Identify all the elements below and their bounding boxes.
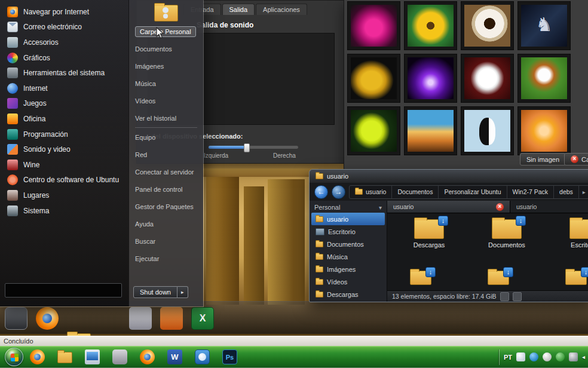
breadcrumb-win2-7-pack[interactable]: Win2-7 Pack	[507, 186, 555, 198]
start-button[interactable]	[5, 348, 23, 366]
menu-item-red[interactable]: Red	[129, 146, 203, 163]
folder-icon[interactable]	[57, 352, 72, 363]
sidebar-item-documentos[interactable]: Documentos	[310, 238, 387, 250]
tray-icon[interactable]	[569, 352, 578, 361]
sidebar-header[interactable]: Personal	[310, 202, 387, 213]
gallery-image-purple-light[interactable]	[408, 57, 454, 99]
sidebar-item-imagenes[interactable]: Imágenes	[310, 263, 387, 275]
menu-item-ejecutar[interactable]: Ejecutar	[129, 250, 203, 267]
language-indicator[interactable]: PT	[504, 354, 512, 361]
menu-item-ayuda[interactable]: Ayuda	[129, 215, 203, 232]
menu-item-centro-de-software[interactable]: Centro de software de Ubuntu	[0, 173, 128, 188]
sidebar-item-videos[interactable]: Vídeos	[310, 275, 387, 288]
sidebar-item-escritorio[interactable]: Escritorio	[310, 225, 387, 238]
excel-icon[interactable]	[191, 307, 214, 330]
menu-item-sistema[interactable]: Sistema	[0, 203, 128, 219]
menu-item-wine[interactable]: Wine	[0, 157, 128, 173]
menu-item-panel-de-control[interactable]: Panel de control	[129, 180, 203, 198]
gallery-image-sunflower[interactable]	[408, 5, 454, 47]
tray-icon[interactable]	[556, 352, 565, 361]
gallery-image-pink-flower[interactable]	[351, 5, 397, 47]
gallery-image-guitar[interactable]	[351, 57, 397, 99]
menu-item-imagenes[interactable]: Imágenes	[129, 57, 203, 75]
menu-item-gestor-de-paquetes[interactable]: Gestor de Paquetes	[129, 198, 203, 215]
menu-item-navegar-por-internet[interactable]: Navegar por Internet	[0, 4, 128, 20]
shutdown-button[interactable]: Shut down	[133, 286, 177, 298]
writer-icon[interactable]	[195, 349, 210, 364]
breadcrumb-documentos[interactable]: Documentos	[392, 186, 439, 198]
word-icon[interactable]	[167, 349, 182, 364]
menu-item-videos[interactable]: Vídeos	[129, 92, 203, 109]
menu-item-lugares[interactable]: Lugares	[0, 188, 128, 203]
folder-item[interactable]	[565, 271, 588, 285]
shutdown-options-icon[interactable]	[177, 286, 188, 298]
back-button[interactable]	[314, 185, 328, 199]
close-tab-icon[interactable]	[496, 203, 504, 211]
computer-icon[interactable]	[85, 349, 100, 364]
taskbar: PT	[0, 346, 588, 368]
gallery-image-chess-pieces[interactable]	[521, 5, 567, 47]
pictures-icon[interactable]	[129, 307, 152, 330]
breadcrumb-usuario[interactable]: usuario	[350, 186, 392, 198]
status-icon[interactable]	[500, 292, 509, 301]
gallery-image-tennis-ball[interactable]	[351, 110, 397, 152]
sidebar-item-descargas[interactable]: Descargas	[310, 288, 387, 300]
menu-item-buscar[interactable]: Buscar	[129, 232, 203, 250]
firefox-icon[interactable]	[30, 349, 45, 364]
menu-item-accesorios[interactable]: Accesorios	[0, 35, 128, 50]
menu-item-musica[interactable]: Música	[129, 75, 203, 92]
breadcrumb-debs[interactable]: debs	[554, 186, 579, 198]
tray-icon[interactable]	[543, 352, 552, 361]
photoshop-icon[interactable]	[222, 349, 237, 364]
status-icon[interactable]	[513, 292, 522, 301]
sidebar-item-usuario[interactable]: usuario	[311, 213, 385, 225]
folder-escritorio[interactable]: Escritorio	[557, 219, 588, 249]
window-titlebar[interactable]: usuario	[310, 170, 588, 183]
tray-icon[interactable]	[529, 352, 538, 361]
collapse-tray-icon[interactable]	[582, 354, 585, 360]
tab-salida[interactable]: Salida	[222, 4, 255, 15]
sidebar-item-musica[interactable]: Música	[310, 250, 387, 263]
menu-item-juegos[interactable]: Juegos	[0, 96, 128, 112]
menu-item-carpeta-personal[interactable]: Carpeta Personal	[129, 23, 203, 40]
no-image-button[interactable]: Sin imagen	[520, 153, 566, 165]
folder-documentos[interactable]: Documentos	[479, 219, 534, 249]
menu-item-graficos[interactable]: Gráficos	[0, 50, 128, 66]
menu-item-herramientas-del-sistema[interactable]: Herramientas del sistema	[0, 65, 128, 81]
menu-item-programacion[interactable]: Programación	[0, 127, 128, 142]
gallery-image-baseball[interactable]	[464, 57, 510, 99]
media-icon[interactable]	[112, 349, 127, 364]
firefox-icon[interactable]	[36, 307, 59, 330]
balance-slider[interactable]	[209, 146, 298, 149]
breadcrumb-personalizar-ubuntu[interactable]: Personalizar Ubuntu	[439, 186, 507, 198]
cancel-button[interactable]: Cancelar	[564, 153, 588, 165]
menu-item-internet[interactable]: Internet	[0, 81, 128, 96]
tab-usuario-active[interactable]: usuario	[387, 201, 510, 213]
menu-item-ver-el-historial[interactable]: Ver el historial	[129, 109, 203, 127]
folder-item[interactable]	[410, 271, 465, 285]
search-input[interactable]	[5, 283, 122, 298]
menu-item-documentos[interactable]: Documentos	[129, 40, 203, 57]
menu-item-correo-electronico[interactable]: Correo electrónico	[0, 20, 128, 35]
menu-item-conectar-al-servidor[interactable]: Conectar al servidor	[129, 163, 203, 180]
menu-item-oficina[interactable]: Oficina	[0, 111, 128, 127]
tab-usuario-inactive[interactable]: usuario	[510, 201, 588, 213]
forward-button[interactable]	[332, 185, 345, 199]
menu-item-equipo[interactable]: Equipo	[129, 128, 203, 146]
folder-descargas[interactable]: Descargas	[402, 219, 457, 249]
firefox-icon[interactable]	[140, 349, 155, 364]
file-list-view[interactable]: Descargas Documentos Escritorio	[387, 213, 588, 290]
menu-item-sonido-y-video[interactable]: Sonido y video	[0, 142, 128, 157]
gallery-image-orange-rose[interactable]	[521, 110, 567, 152]
tab-aplicaciones[interactable]: Aplicaciones	[256, 4, 307, 15]
music-icon[interactable]	[160, 307, 183, 330]
folder-item[interactable]	[488, 271, 543, 285]
tray-icon[interactable]	[516, 352, 525, 361]
gallery-image-penguin[interactable]	[464, 110, 510, 152]
application-icon[interactable]	[5, 307, 27, 330]
gallery-image-coffee-cup[interactable]	[464, 5, 510, 47]
balance-slider-handle[interactable]	[244, 143, 250, 152]
gallery-image-palm-tree[interactable]	[408, 110, 454, 152]
gallery-image-dog[interactable]	[521, 57, 567, 99]
breadcrumb-expand-icon[interactable]	[579, 189, 588, 195]
